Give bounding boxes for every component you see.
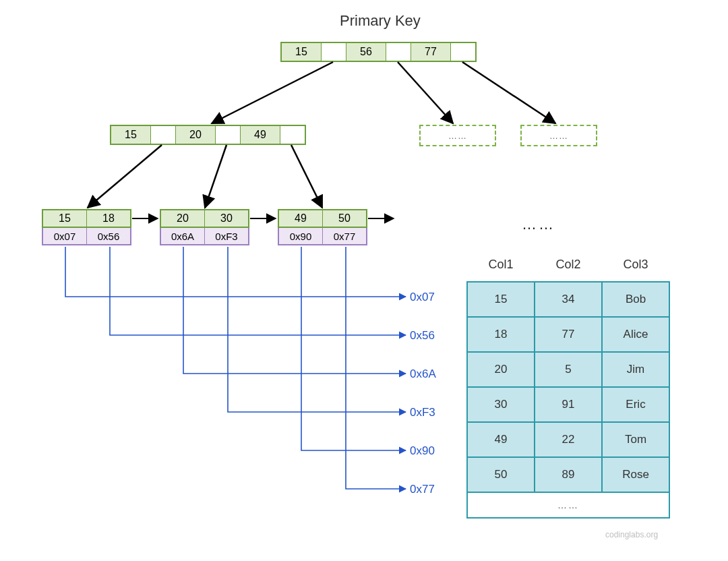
table-row: 15 34 Bob (467, 282, 669, 317)
cell: 91 (535, 387, 602, 422)
svg-line-5 (291, 145, 322, 208)
table-row: 20 5 Jim (467, 352, 669, 387)
ellipsis-label: …… (522, 216, 555, 233)
leaf1-key-1: 30 (205, 210, 248, 227)
cell: Tom (602, 422, 669, 457)
table-header-col3: Col3 (602, 252, 669, 282)
svg-line-3 (88, 145, 162, 208)
cell: 89 (535, 457, 602, 492)
leaf-node-1: 20 30 0x6A 0xF3 (160, 209, 249, 245)
addr-label-3: 0xF3 (410, 406, 435, 419)
table-row: 49 22 Tom (467, 422, 669, 457)
svg-line-0 (212, 62, 333, 123)
table-header-col2: Col2 (535, 252, 602, 282)
placeholder-node-1: …… (520, 125, 597, 146)
cell: 22 (535, 422, 602, 457)
leaf2-key-0: 49 (279, 210, 323, 227)
root-key-1: 56 (346, 43, 386, 61)
table-row: 18 77 Alice (467, 317, 669, 352)
addr-label-2: 0x6A (410, 367, 436, 381)
cell: 49 (467, 422, 535, 457)
internal-ptr-2 (280, 126, 305, 144)
svg-line-2 (462, 62, 555, 123)
leaf2-addr-1: 0x77 (323, 228, 366, 244)
leaf-node-0: 15 18 0x07 0x56 (42, 209, 131, 245)
root-ptr-2 (451, 43, 475, 61)
addr-label-0: 0x07 (410, 291, 435, 304)
leaf2-key-1: 50 (323, 210, 366, 227)
leaf-node-2: 49 50 0x90 0x77 (278, 209, 367, 245)
cell: 5 (535, 352, 602, 387)
cell: Rose (602, 457, 669, 492)
leaf1-key-0: 20 (161, 210, 205, 227)
leaf0-key-0: 15 (43, 210, 87, 227)
addr-label-1: 0x56 (410, 329, 435, 343)
leaf0-addr-1: 0x56 (87, 228, 130, 244)
leaf1-addr-1: 0xF3 (205, 228, 248, 244)
cell: Eric (602, 387, 669, 422)
cell: Alice (602, 317, 669, 352)
cell: 34 (535, 282, 602, 317)
cell: 20 (467, 352, 535, 387)
cell: 50 (467, 457, 535, 492)
leaf0-addr-0: 0x07 (43, 228, 87, 244)
internal-key-0: 15 (111, 126, 151, 144)
cell: Jim (602, 352, 669, 387)
root-node: 15 56 77 (280, 42, 477, 62)
diagram-title: Primary Key (340, 12, 421, 30)
data-table: Col1 Col2 Col3 15 34 Bob 18 77 Alice 20 … (466, 252, 670, 519)
svg-line-1 (398, 62, 453, 123)
addr-label-5: 0x77 (410, 483, 435, 496)
cell: Bob (602, 282, 669, 317)
root-ptr-1 (386, 43, 411, 61)
table-footer-row: …… (467, 492, 669, 518)
root-ptr-0 (322, 43, 346, 61)
root-key-0: 15 (282, 43, 322, 61)
internal-node: 15 20 49 (110, 125, 306, 145)
internal-key-1: 20 (176, 126, 216, 144)
leaf0-key-1: 18 (87, 210, 130, 227)
root-key-2: 77 (411, 43, 451, 61)
table-footer-cell: …… (467, 492, 669, 518)
placeholder-node-0: …… (419, 125, 496, 146)
table-row: 30 91 Eric (467, 387, 669, 422)
internal-ptr-0 (151, 126, 176, 144)
internal-key-2: 49 (241, 126, 280, 144)
svg-line-4 (205, 145, 226, 208)
cell: 77 (535, 317, 602, 352)
cell: 15 (467, 282, 535, 317)
internal-ptr-1 (216, 126, 241, 144)
watermark: codinglabs.org (605, 530, 658, 539)
addr-label-4: 0x90 (410, 444, 435, 458)
table-header-col1: Col1 (467, 252, 535, 282)
table-row: 50 89 Rose (467, 457, 669, 492)
leaf2-addr-0: 0x90 (279, 228, 323, 244)
cell: 18 (467, 317, 535, 352)
cell: 30 (467, 387, 535, 422)
leaf1-addr-0: 0x6A (161, 228, 205, 244)
